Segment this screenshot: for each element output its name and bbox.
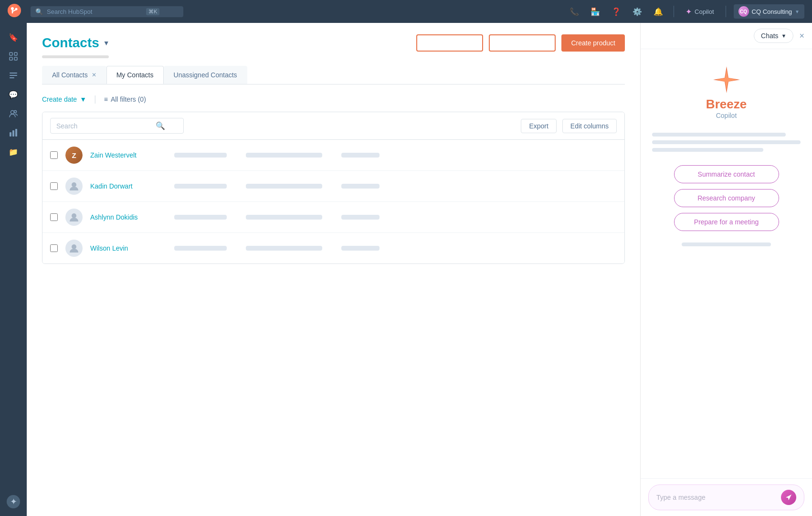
title-dropdown-icon[interactable]: ▼ — [103, 39, 110, 47]
chats-chevron-icon: ▼ — [781, 33, 787, 39]
main-layout: 🔖 💬 — [0, 23, 812, 516]
tab-unassigned-contacts[interactable]: Unassigned Contacts — [164, 66, 247, 84]
breeze-logo: Breeze Copilot — [706, 64, 747, 119]
contact-checkbox-zain[interactable] — [50, 151, 58, 159]
table-search-wrap[interactable]: 🔍 — [50, 118, 184, 134]
svg-point-18 — [72, 213, 76, 218]
global-search-bar[interactable]: 🔍 ⌘K — [31, 6, 183, 17]
header-actions: Create product — [416, 34, 625, 52]
content-area: Contacts ▼ Create product All Contacts ✕… — [27, 23, 640, 516]
contacts-tabs: All Contacts ✕ My Contacts Unassigned Co… — [42, 66, 625, 84]
page-loading-bar — [42, 55, 109, 58]
placeholder-9 — [341, 215, 380, 220]
summarize-contact-button[interactable]: Summarize contact — [674, 165, 779, 183]
contact-name-kadin[interactable]: Kadin Dorwart — [90, 182, 167, 190]
placeholder-11 — [246, 246, 322, 251]
contact-checkbox-kadin[interactable] — [50, 182, 58, 190]
svg-point-1 — [11, 7, 14, 10]
top-navigation: 🔍 ⌘K 📞 🏪 ❓ ⚙️ 🔔 ✦ Copilot CQ CQ Consulti… — [0, 0, 812, 23]
account-avatar: CQ — [738, 6, 749, 17]
sidebar-item-folder[interactable]: 📁 — [5, 143, 22, 160]
panel-bar-2 — [652, 140, 801, 144]
chat-input-wrap[interactable] — [648, 484, 804, 510]
contact-checkbox-wilson[interactable] — [50, 244, 58, 252]
edit-columns-button[interactable]: Edit columns — [562, 119, 617, 133]
filter-row: Create date ▼ | ≡ All filters (0) — [42, 94, 625, 104]
contact-name-wilson[interactable]: Wilson Levin — [90, 244, 167, 252]
placeholder-8 — [246, 215, 322, 220]
placeholder-7 — [174, 215, 227, 220]
sidebar-item-users[interactable] — [5, 105, 22, 122]
contact-row-wilson: Wilson Levin — [42, 233, 624, 263]
chats-button[interactable]: Chats ▼ — [754, 29, 793, 43]
research-company-button[interactable]: Research company — [674, 189, 779, 207]
svg-point-4 — [15, 8, 18, 11]
right-panel-header: Chats ▼ × — [641, 23, 812, 49]
table-search-icon: 🔍 — [156, 121, 165, 130]
placeholder-2 — [246, 153, 322, 158]
panel-loading-bars — [652, 133, 801, 152]
svg-rect-10 — [10, 75, 17, 76]
svg-rect-8 — [14, 57, 17, 60]
contact-row-ashlynn: Ashlynn Dokidis — [42, 202, 624, 233]
tab-all-contacts[interactable]: All Contacts ✕ — [42, 66, 106, 84]
panel-bottom-loading-bar — [682, 242, 771, 246]
page-title: Contacts ▼ — [42, 35, 110, 51]
svg-point-13 — [14, 111, 17, 113]
sidebar-item-grid[interactable] — [5, 48, 22, 65]
placeholder-3 — [341, 153, 380, 158]
send-button[interactable] — [781, 490, 796, 505]
page-header: Contacts ▼ Create product — [42, 34, 625, 52]
sidebar-item-add[interactable]: ✦ — [5, 493, 22, 510]
all-filters-button[interactable]: ≡ All filters (0) — [104, 95, 146, 103]
sidebar-item-contacts[interactable] — [5, 67, 22, 84]
svg-rect-9 — [10, 73, 17, 74]
notifications-icon[interactable]: 🔔 — [651, 4, 666, 19]
chats-label: Chats — [761, 32, 779, 40]
copilot-star-icon: ✦ — [685, 7, 692, 16]
hubspot-logo[interactable] — [8, 4, 25, 19]
chat-input-area — [641, 478, 812, 516]
sidebar-item-chat[interactable]: 💬 — [5, 86, 22, 103]
breeze-subtitle: Copilot — [716, 112, 737, 119]
global-search-input[interactable] — [47, 8, 142, 15]
phone-icon[interactable]: 📞 — [567, 4, 582, 19]
breeze-star-svg — [711, 64, 742, 95]
contact-name-ashlynn[interactable]: Ashlynn Dokidis — [90, 213, 167, 221]
action-button-1[interactable] — [416, 34, 483, 52]
prepare-meeting-button[interactable]: Prepare for a meeting — [674, 213, 779, 231]
settings-icon[interactable]: ⚙️ — [630, 4, 645, 19]
panel-bar-1 — [652, 133, 786, 137]
action-button-2[interactable] — [489, 34, 556, 52]
sidebar-item-bookmark[interactable]: 🔖 — [5, 29, 22, 46]
chat-input[interactable] — [656, 494, 777, 501]
filter-divider: | — [94, 94, 96, 104]
create-date-filter[interactable]: Create date ▼ — [42, 95, 86, 103]
sidebar-item-charts[interactable] — [5, 124, 22, 141]
contact-name-zain[interactable]: Zain Westervelt — [90, 151, 167, 159]
search-icon: 🔍 — [35, 8, 43, 15]
create-product-button[interactable]: Create product — [561, 34, 625, 52]
account-switcher[interactable]: CQ CQ Consulting ▼ — [734, 4, 804, 19]
export-button[interactable]: Export — [521, 119, 556, 133]
svg-point-12 — [11, 111, 14, 114]
contact-checkbox-ashlynn[interactable] — [50, 213, 58, 221]
svg-rect-6 — [14, 53, 17, 55]
copilot-button[interactable]: ✦ Copilot — [682, 5, 717, 18]
tab-all-contacts-close[interactable]: ✕ — [92, 72, 96, 78]
tab-my-contacts[interactable]: My Contacts — [106, 66, 164, 84]
svg-rect-5 — [10, 53, 12, 55]
table-search-input[interactable] — [56, 122, 152, 130]
svg-point-19 — [72, 244, 76, 249]
marketplace-icon[interactable]: 🏪 — [588, 4, 603, 19]
right-panel-body: Breeze Copilot Summarize contact Researc… — [641, 49, 812, 478]
help-icon[interactable]: ❓ — [609, 4, 624, 19]
svg-rect-11 — [10, 77, 14, 78]
svg-rect-7 — [10, 57, 12, 60]
placeholder-6 — [341, 184, 380, 189]
svg-rect-15 — [12, 130, 14, 137]
table-toolbar: 🔍 Export Edit columns — [42, 112, 624, 140]
contacts-table: 🔍 Export Edit columns Z Zain Westervelt — [42, 112, 625, 264]
panel-close-icon[interactable]: × — [799, 31, 804, 41]
placeholder-5 — [246, 184, 322, 189]
